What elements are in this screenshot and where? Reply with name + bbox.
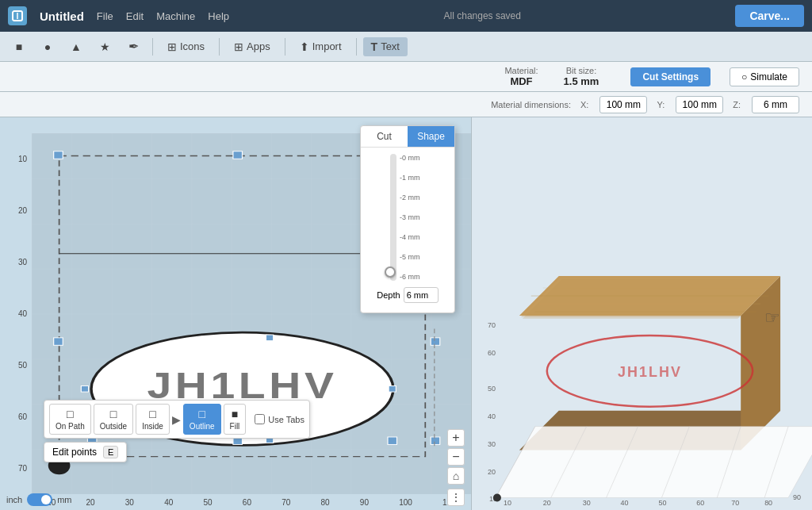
star-tool[interactable]: ★ <box>92 36 117 58</box>
svg-text:60: 60 <box>488 349 496 357</box>
dims-label: Material dimensions: <box>491 100 571 109</box>
dims-bar: Material dimensions: X: Y: Z: <box>0 92 812 117</box>
unit-toggle-switch[interactable] <box>27 493 52 506</box>
mm-label: mm <box>57 495 71 504</box>
home-button[interactable]: ⌂ <box>447 467 465 485</box>
outline-label: Outline <box>190 422 215 431</box>
app-icon <box>8 6 27 25</box>
app-title: Untitled <box>40 10 84 23</box>
depth-row: Depth <box>377 287 438 303</box>
separator-4 <box>356 38 357 56</box>
inside-label: Inside <box>142 422 163 431</box>
svg-text:90: 90 <box>793 493 801 501</box>
pen-tool[interactable]: ✒ <box>121 36 146 58</box>
bitsize-group: Bit size: 1.5 mm <box>564 66 599 87</box>
svg-text:80: 80 <box>764 499 772 507</box>
path-buttons-container: □ On Path □ Outside □ Inside ▶ □ Outline… <box>44 400 310 439</box>
zoom-out-button[interactable]: − <box>447 448 465 466</box>
z-input[interactable] <box>752 96 799 113</box>
svg-point-58 <box>493 493 501 501</box>
svg-rect-15 <box>388 437 397 444</box>
svg-marker-35 <box>496 427 812 498</box>
main-area: 70 60 50 40 30 20 10 <box>0 117 812 510</box>
icons-button[interactable]: ⊞ Icons <box>159 37 213 56</box>
saved-status: All changes saved <box>242 10 722 21</box>
titlebar: Untitled File Edit Machine Help All chan… <box>0 0 812 32</box>
x-input[interactable] <box>599 96 647 113</box>
outline-icon: □ <box>198 408 205 420</box>
on-path-icon: □ <box>67 408 73 420</box>
separator-3 <box>285 38 285 56</box>
menu-bar: File Edit Machine Help <box>97 10 229 22</box>
on-path-button[interactable]: □ On Path <box>49 404 91 435</box>
svg-text:50: 50 <box>658 499 666 507</box>
svg-text:☞: ☞ <box>764 308 780 328</box>
svg-text:30: 30 <box>488 440 496 448</box>
svg-text:30: 30 <box>583 499 591 507</box>
circle-tool[interactable]: ● <box>35 36 60 58</box>
svg-marker-32 <box>523 279 777 319</box>
outside-label: Outside <box>100 422 127 431</box>
triangle-tool[interactable]: ▲ <box>63 36 89 58</box>
outline-button[interactable]: □ Outline <box>183 404 221 435</box>
bitsize-label: Bit size: <box>566 66 597 75</box>
carve-button[interactable]: Carve... <box>735 5 804 27</box>
simulate-button[interactable]: ○ Simulate <box>730 67 799 86</box>
edit-points-key: E <box>103 446 118 458</box>
outside-button[interactable]: □ Outside <box>94 404 133 435</box>
x-label: X: <box>580 100 588 109</box>
fill-button[interactable]: ■ Fill <box>224 404 247 435</box>
shape-tab[interactable]: Shape <box>408 126 454 147</box>
text-button[interactable]: T Text <box>363 37 408 56</box>
edit-points-label: Edit points <box>52 447 97 458</box>
zoom-controls: + − ⌂ <box>447 429 465 485</box>
use-tabs-label: Use Tabs <box>268 415 304 424</box>
apps-grid-icon: ⊞ <box>167 40 177 53</box>
svg-text:70: 70 <box>488 321 496 329</box>
rectangle-tool[interactable]: ■ <box>6 36 32 58</box>
fill-icon: ■ <box>232 408 238 420</box>
toolbar: ■ ● ▲ ★ ✒ ⊞ Icons ⊞ Apps ⬆ Import T Text <box>0 32 812 62</box>
depth-slider-thumb[interactable] <box>385 267 396 278</box>
depth-input[interactable] <box>404 287 439 303</box>
apps-icon: ⊞ <box>234 40 243 53</box>
fill-label: Fill <box>230 422 240 431</box>
use-tabs-checkbox[interactable] <box>255 414 265 424</box>
material-label: Material: <box>504 66 538 75</box>
menu-file[interactable]: File <box>97 10 113 22</box>
outside-icon: □ <box>110 408 117 420</box>
import-icon: ⬆ <box>300 40 309 53</box>
cut-tab[interactable]: Cut <box>361 126 408 147</box>
svg-text:40: 40 <box>621 499 629 507</box>
svg-text:60: 60 <box>696 499 704 507</box>
menu-machine[interactable]: Machine <box>156 10 195 22</box>
use-tabs-row: Use Tabs <box>255 414 304 424</box>
svg-rect-19 <box>81 386 88 393</box>
menu-edit[interactable]: Edit <box>126 10 144 22</box>
material-group: Material: MDF <box>504 66 538 87</box>
y-input[interactable] <box>676 96 723 113</box>
svg-text:70: 70 <box>731 499 739 507</box>
svg-text:JH1LHV: JH1LHV <box>618 364 682 380</box>
path-arrow: ▶ <box>172 413 181 426</box>
material-value: MDF <box>510 75 532 87</box>
settings-bar: Material: MDF Bit size: 1.5 mm Cut Setti… <box>0 62 812 92</box>
canvas-area[interactable]: 70 60 50 40 30 20 10 <box>0 117 471 510</box>
separator-1 <box>152 38 153 56</box>
svg-rect-12 <box>431 338 440 345</box>
menu-help[interactable]: Help <box>208 10 229 22</box>
apps-button[interactable]: ⊞ Apps <box>226 37 278 56</box>
bitsize-value: 1.5 mm <box>564 75 599 87</box>
import-button[interactable]: ⬆ Import <box>292 37 350 56</box>
more-options-button[interactable]: ⋮ <box>447 489 465 506</box>
svg-rect-21 <box>389 386 396 393</box>
inside-button[interactable]: □ Inside <box>136 404 170 435</box>
svg-text:20: 20 <box>488 468 496 476</box>
x-axis-labels: 10 20 30 40 50 60 70 80 90 100 110 <box>32 498 471 507</box>
zoom-in-button[interactable]: + <box>447 429 465 447</box>
inch-label: inch <box>6 495 22 504</box>
edit-points-bar: Edit points E <box>44 442 127 462</box>
cut-settings-button[interactable]: Cut Settings <box>630 67 710 86</box>
preview-svg: JH1LHV 10 20 30 40 50 60 70 80 90 10 20 … <box>472 117 812 510</box>
cut-panel-tabs: Cut Shape <box>361 126 454 148</box>
